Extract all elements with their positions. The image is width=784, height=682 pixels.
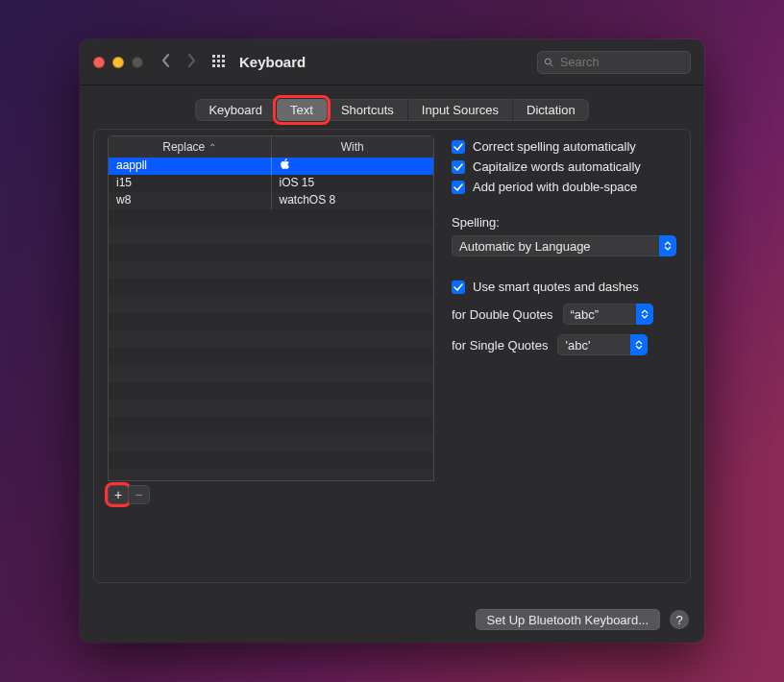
single-quotes-label: for Single Quotes — [452, 338, 548, 353]
checkbox-label: Add period with double-space — [473, 180, 637, 194]
add-remove-buttons: + − — [108, 485, 434, 504]
double-quotes-label: for Double Quotes — [452, 307, 553, 322]
svg-rect-6 — [212, 64, 215, 67]
cell-with[interactable]: watchOS 8 — [272, 192, 434, 209]
smart-quotes-checkbox[interactable]: Use smart quotes and dashes — [452, 280, 676, 294]
replacements-panel: Replace ⌃ With aappll — [108, 135, 434, 571]
tab-input-sources[interactable]: Input Sources — [408, 99, 513, 121]
back-button[interactable] — [160, 54, 172, 71]
search-field[interactable] — [537, 51, 691, 74]
cell-with[interactable]: iOS 15 — [272, 175, 434, 192]
tab-keyboard[interactable]: Keyboard — [195, 99, 277, 121]
spelling-select[interactable]: Automatic by Language — [452, 235, 676, 256]
add-button[interactable]: + — [108, 485, 129, 504]
spelling-label: Spelling: — [452, 215, 676, 230]
checkbox-icon — [452, 160, 465, 174]
select-value: 'abc' — [565, 338, 630, 353]
svg-rect-3 — [212, 60, 215, 62]
select-value: “abc” — [571, 307, 636, 322]
column-replace[interactable]: Replace ⌃ — [109, 136, 272, 158]
forward-button[interactable] — [185, 54, 197, 71]
minimize-icon[interactable] — [112, 57, 124, 68]
svg-rect-2 — [222, 55, 225, 58]
tab-shortcuts[interactable]: Shortcuts — [328, 99, 408, 121]
tab-text[interactable]: Text — [277, 99, 328, 121]
checkbox-label: Capitalize words automatically — [473, 159, 641, 174]
apple-logo-icon — [280, 158, 290, 170]
svg-rect-5 — [222, 60, 225, 62]
single-quotes-select[interactable]: 'abc' — [557, 334, 648, 355]
cell-replace[interactable]: w8 — [109, 192, 272, 209]
nav-arrows — [160, 54, 197, 71]
column-replace-label: Replace — [162, 140, 205, 154]
column-with-label: With — [341, 140, 364, 154]
capitalize-words-checkbox[interactable]: Capitalize words automatically — [452, 159, 676, 174]
table-row[interactable]: aappll — [109, 158, 433, 175]
svg-rect-4 — [217, 60, 220, 62]
table-row[interactable]: w8 watchOS 8 — [109, 192, 433, 209]
checkbox-icon — [452, 280, 465, 294]
cell-replace[interactable]: i15 — [109, 175, 272, 192]
tab-dictation[interactable]: Dictation — [513, 99, 589, 121]
svg-line-10 — [551, 63, 553, 66]
checkbox-icon — [452, 181, 465, 194]
chevron-up-down-icon — [636, 304, 653, 325]
checkbox-icon — [452, 140, 465, 154]
close-icon[interactable] — [93, 57, 105, 68]
traffic-lights — [93, 57, 143, 68]
chevron-up-down-icon — [630, 334, 648, 355]
double-quotes-select[interactable]: “abc” — [563, 304, 653, 325]
search-input[interactable] — [560, 55, 684, 69]
cell-with[interactable] — [272, 158, 434, 175]
svg-rect-8 — [222, 64, 225, 67]
content-frame: Replace ⌃ With aappll — [93, 129, 691, 583]
segmented-tabs: Keyboard Text Shortcuts Input Sources Di… — [195, 99, 588, 121]
preferences-window: Keyboard Keyboard Text Shortcuts Input S… — [80, 39, 704, 643]
chevron-up-down-icon — [659, 235, 676, 256]
select-value: Automatic by Language — [459, 239, 659, 254]
help-button[interactable]: ? — [670, 610, 689, 629]
show-all-icon[interactable] — [212, 55, 228, 70]
single-quotes-row: for Single Quotes 'abc' — [452, 334, 676, 355]
tab-strip: Keyboard Text Shortcuts Input Sources Di… — [80, 85, 704, 129]
double-space-period-checkbox[interactable]: Add period with double-space — [452, 180, 676, 194]
replacements-body: aappll i15 iOS 15 w8 watchOS 8 — [109, 158, 433, 481]
correct-spelling-checkbox[interactable]: Correct spelling automatically — [452, 139, 676, 154]
bluetooth-keyboard-button[interactable]: Set Up Bluetooth Keyboard... — [476, 609, 660, 630]
zoom-icon — [132, 57, 143, 68]
double-quotes-row: for Double Quotes “abc” — [452, 304, 676, 325]
text-options: Correct spelling automatically Capitaliz… — [452, 135, 676, 571]
svg-rect-1 — [217, 55, 220, 58]
titlebar: Keyboard — [80, 39, 704, 85]
footer: Set Up Bluetooth Keyboard... ? — [80, 597, 704, 643]
window-title: Keyboard — [239, 54, 306, 70]
svg-rect-0 — [212, 55, 215, 58]
replacements-table[interactable]: Replace ⌃ With aappll — [108, 135, 434, 481]
search-icon — [544, 57, 554, 68]
cell-replace[interactable]: aappll — [109, 158, 272, 175]
table-row[interactable]: i15 iOS 15 — [109, 175, 433, 192]
checkbox-label: Correct spelling automatically — [473, 139, 636, 154]
svg-rect-7 — [217, 64, 220, 67]
remove-button[interactable]: − — [129, 485, 150, 504]
column-with[interactable]: With — [272, 136, 434, 158]
sort-caret-icon: ⌃ — [208, 142, 216, 153]
checkbox-label: Use smart quotes and dashes — [473, 280, 639, 294]
